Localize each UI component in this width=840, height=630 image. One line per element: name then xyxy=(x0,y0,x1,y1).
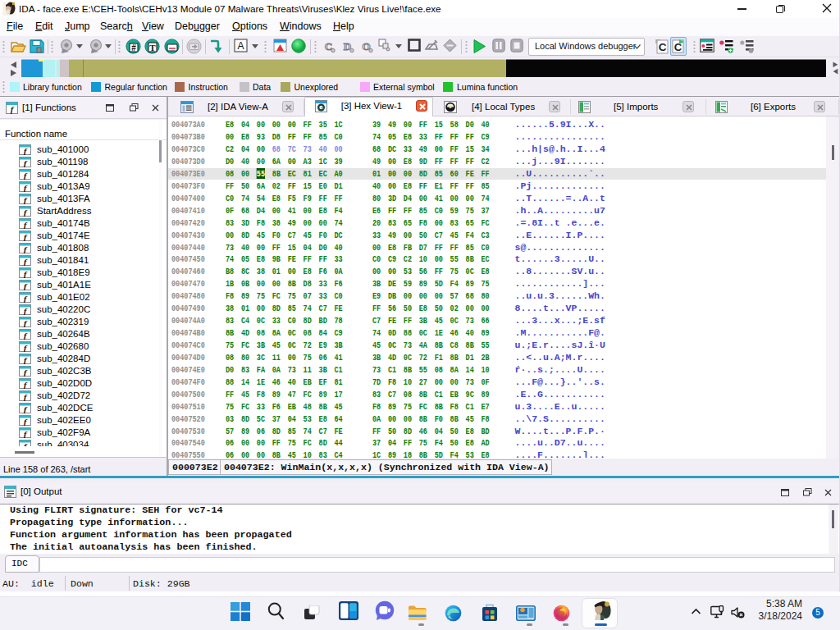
svg-text:T: T xyxy=(149,43,156,52)
svg-text:#: # xyxy=(131,43,136,52)
svg-text:C: C xyxy=(659,41,667,53)
svg-text:A: A xyxy=(237,40,244,52)
